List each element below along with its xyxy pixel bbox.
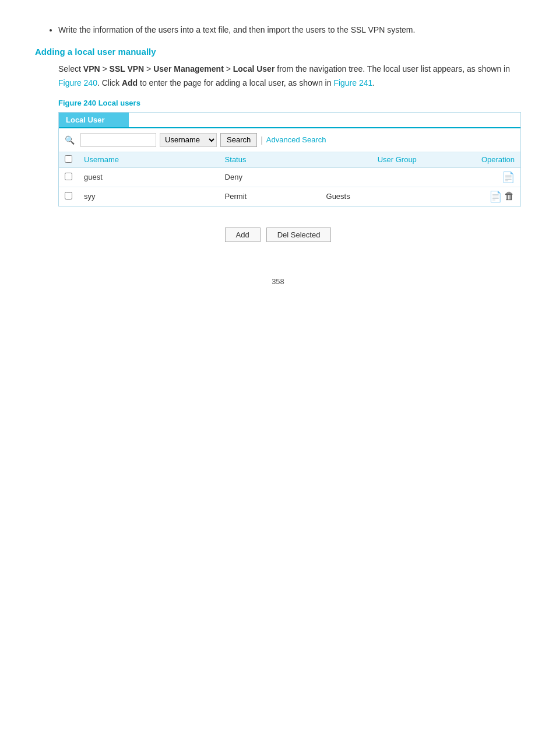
row2-edit-icon[interactable]: 📄 [489,190,502,203]
row1-edit-icon[interactable]: 📄 [502,171,515,184]
table-row: guest Deny 📄 [59,167,520,187]
action-buttons-row: Add Del Selected [35,228,521,254]
usermgmt-bold: User Management [153,64,224,74]
table-header-row: Username Status User Group Operation [59,152,520,168]
user-data-table: Username Status User Group Operation gue… [59,152,520,206]
section-heading: Adding a local user manually [35,47,521,57]
row1-username: guest [78,167,219,187]
col-usergroup: User Group [321,152,474,168]
col-username: Username [78,152,219,168]
vpn-bold: VPN [83,64,100,74]
figure240-link[interactable]: Figure 240 [58,78,97,88]
sslvpn-bold: SSL VPN [110,64,145,74]
search-row: 🔍 Username Status User Group Search | Ad… [59,128,520,152]
local-user-table-wrapper: Local User 🔍 Username Status User Group … [58,112,521,206]
row2-checkbox-cell [59,187,78,206]
search-field-select[interactable]: Username Status User Group [160,133,217,147]
local-user-tab[interactable]: Local User [59,113,129,127]
select-all-checkbox[interactable] [65,155,72,163]
row2-username: syy [78,187,219,206]
add-bold: Add [122,78,138,88]
search-input[interactable] [80,133,156,147]
row2-usergroup: Guests [321,187,474,206]
figure-label: Figure 240 Local users [35,99,521,107]
col-status: Status [219,152,321,168]
row2-operations: 📄 🗑 [474,187,520,206]
separator: | [261,135,263,145]
row2-delete-icon[interactable]: 🗑 [504,190,515,203]
col-checkbox [59,152,78,168]
search-magnifier-icon: 🔍 [65,135,75,145]
row1-operations: 📄 [474,167,520,187]
row1-status: Deny [219,167,321,187]
bullet-section: Write the information of the users into … [35,23,521,36]
page-number: 358 [35,277,521,286]
table-row: syy Permit Guests 📄 🗑 [59,187,520,206]
advanced-search-link[interactable]: Advanced Search [266,135,326,144]
bullet-item: Write the information of the users into … [58,23,521,36]
row1-usergroup [321,167,474,187]
add-button[interactable]: Add [225,228,261,242]
section-body: Select VPN > SSL VPN > User Management >… [35,62,521,90]
row2-status: Permit [219,187,321,206]
row1-checkbox[interactable] [65,173,72,180]
col-operation: Operation [474,152,520,168]
figure241-link[interactable]: Figure 241 [333,78,372,88]
localuser-bold: Local User [233,64,275,74]
row1-checkbox-cell [59,167,78,187]
del-selected-button[interactable]: Del Selected [266,228,332,242]
row2-checkbox[interactable] [65,192,72,200]
search-button[interactable]: Search [220,133,257,147]
